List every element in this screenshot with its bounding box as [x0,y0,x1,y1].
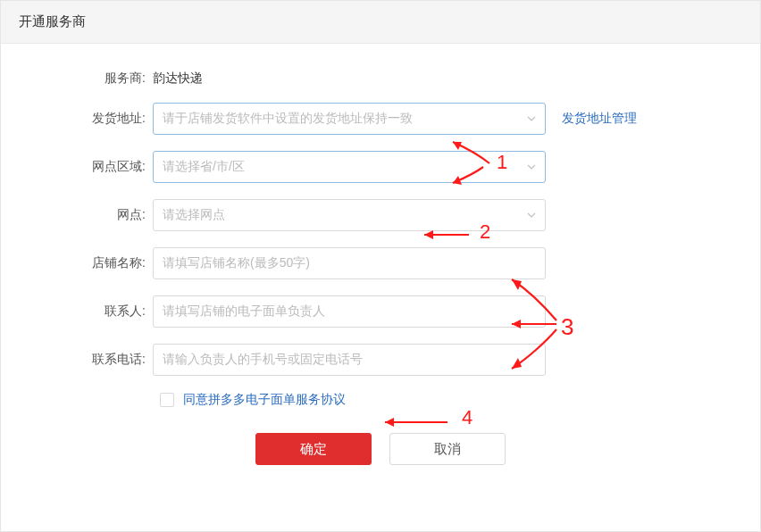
dialog-title: 开通服务商 [1,1,760,44]
checkbox-agreement[interactable] [160,393,174,407]
select-ship-address[interactable]: 请于店铺发货软件中设置的发货地址保持一致 [153,103,546,135]
row-region: 网点区域: 请选择省/市/区 [37,151,724,183]
chevron-down-icon [527,114,536,123]
label-region: 网点区域: [37,159,153,175]
select-branch[interactable]: 请选择网点 [153,199,546,231]
annotation-arrow-4 [374,415,455,429]
input-contact[interactable]: 请填写店铺的电子面单负责人 [153,295,546,328]
label-contact: 联系人: [37,303,153,320]
chevron-down-icon [527,211,536,220]
chevron-down-icon [527,162,536,171]
placeholder-shop-name: 请填写店铺名称(最多50字) [163,255,536,271]
dialog-body: 服务商: 韵达快递 发货地址: 请于店铺发货软件中设置的发货地址保持一致 发货地… [1,44,760,531]
input-shop-name[interactable]: 请填写店铺名称(最多50字) [153,247,546,279]
row-ship-address: 发货地址: 请于店铺发货软件中设置的发货地址保持一致 发货地址管理 [37,103,724,135]
row-provider: 服务商: 韵达快递 [37,71,724,87]
label-provider: 服务商: [37,71,153,87]
svg-marker-3 [424,230,433,239]
placeholder-phone: 请输入负责人的手机号或固定电话号 [163,352,536,368]
row-shop-name: 店铺名称: 请填写店铺名称(最多50字) [37,247,724,279]
svg-marker-9 [385,418,394,427]
annotation-arrow-3c [501,326,564,376]
annotation-arrow-1b [440,165,490,190]
annotation-arrow-2 [414,228,476,242]
placeholder-contact: 请填写店铺的电子面单负责人 [163,303,536,320]
svg-marker-7 [512,358,522,369]
ok-button[interactable]: 确定 [255,433,372,465]
link-agreement[interactable]: 同意拼多多电子面单服务协议 [183,392,346,408]
link-manage-ship-address[interactable]: 发货地址管理 [562,111,637,127]
label-phone: 联系电话: [37,352,153,368]
cancel-button[interactable]: 取消 [389,433,506,465]
label-ship-address: 发货地址: [37,111,153,127]
label-shop-name: 店铺名称: [37,255,153,271]
annotation-arrow-1 [440,137,503,169]
row-branch: 网点: 请选择网点 [37,199,724,231]
svg-marker-4 [512,279,522,290]
placeholder-branch: 请选择网点 [163,207,527,223]
row-contact: 联系人: 请填写店铺的电子面单负责人 [37,295,724,328]
dialog: 开通服务商 服务商: 韵达快递 发货地址: 请于店铺发货软件中设置的发货地址保持… [0,0,761,532]
row-phone: 联系电话: 请输入负责人的手机号或固定电话号 [37,344,724,376]
value-provider: 韵达快递 [153,71,203,87]
button-row: 确定 取消 [37,433,724,465]
input-phone[interactable]: 请输入负责人的手机号或固定电话号 [153,344,546,376]
label-branch: 网点: [37,207,153,223]
placeholder-ship-address: 请于店铺发货软件中设置的发货地址保持一致 [163,111,527,127]
row-agreement: 同意拼多多电子面单服务协议 [160,392,724,408]
